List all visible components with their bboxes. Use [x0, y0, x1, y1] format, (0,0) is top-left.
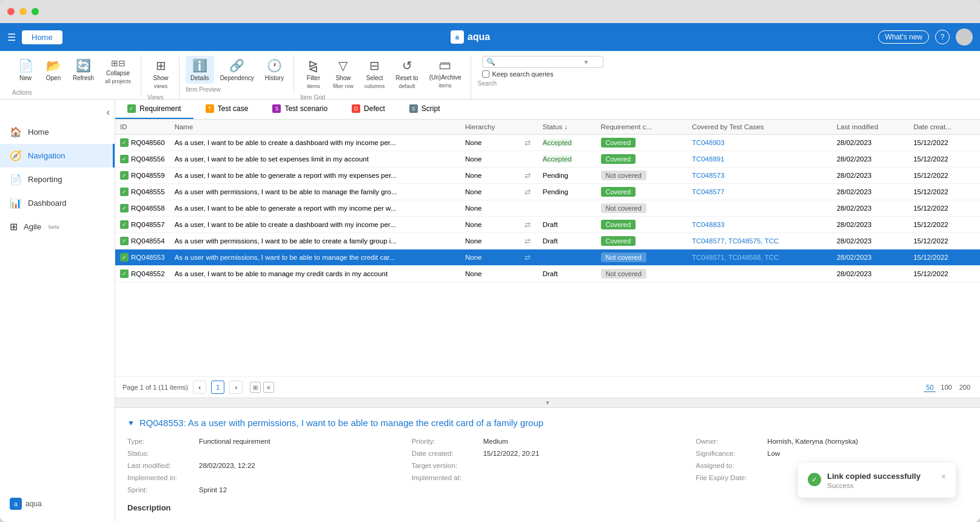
row-check-icon: ✓	[120, 253, 129, 262]
prev-page-button[interactable]: ‹	[193, 381, 206, 394]
minimize-button[interactable]	[19, 8, 27, 15]
search-icon: 🔍	[486, 58, 495, 66]
table-row[interactable]: ✓ RQ048556As a user, I want to be able t…	[115, 151, 980, 168]
testscenario-tab-label: Test scenario	[284, 104, 327, 113]
sidebar-item-home[interactable]: 🏠 Home	[0, 120, 115, 144]
script-tab-label: Script	[421, 104, 440, 113]
maximize-button[interactable]	[32, 8, 39, 15]
table-row[interactable]: ✓ RQ048558As a user, I want to be able t…	[115, 200, 980, 217]
show-filter-row-button[interactable]: ▽ Show filter row	[328, 56, 358, 92]
page-size-50[interactable]: 50	[924, 383, 936, 392]
hierarchy-icon: ⇄	[525, 220, 531, 229]
page-size-200[interactable]: 200	[957, 383, 973, 392]
cell-hier-icon: ⇄	[520, 233, 538, 249]
unarchive-button[interactable]: 🗃 (Un)Archive items	[425, 56, 466, 91]
main-area: ‹ 🏠 Home 🧭 Navigation 📄 Reporting 📊 Dash…	[0, 100, 980, 522]
whats-new-button[interactable]: What's new	[878, 30, 929, 44]
implemented-at-label: Implemented at:	[412, 474, 478, 481]
cell-status: Pending	[538, 168, 596, 184]
col-header-req-coverage: Requirement c...	[596, 120, 687, 135]
home-tab[interactable]: Home	[22, 30, 62, 44]
status-badge: Draft	[543, 237, 558, 245]
hierarchy-icon: ⇄	[525, 188, 531, 196]
new-button[interactable]: 📄 New	[12, 56, 39, 84]
next-page-button[interactable]: ›	[229, 381, 243, 394]
user-avatar[interactable]	[956, 29, 973, 46]
sidebar-collapse-button[interactable]: ‹	[107, 107, 110, 118]
toast-close-button[interactable]: ×	[941, 472, 946, 481]
tab-requirement[interactable]: ✓ Requirement	[115, 100, 193, 119]
status-badge: Draft	[543, 221, 558, 228]
status-label: Status:	[127, 450, 194, 457]
status-badge: Pending	[543, 188, 568, 195]
detail-collapse-arrow[interactable]: ▼	[127, 419, 135, 427]
table-row[interactable]: ✓ RQ048560As a user, I want to be able t…	[115, 135, 980, 151]
tc-link[interactable]: TC048577	[692, 188, 725, 195]
sidebar-item-dashboard[interactable]: 📊 Dashboard	[0, 191, 115, 215]
help-button[interactable]: ?	[935, 30, 950, 44]
filter-items-button[interactable]: ⧎ Filter items	[300, 56, 327, 92]
cell-hier-icon	[520, 151, 538, 168]
page-view-icons: ⊞ ≡	[250, 382, 274, 393]
history-button[interactable]: 🕐 History	[260, 56, 289, 84]
cell-tc-links: TC048573	[687, 168, 832, 184]
tc-link[interactable]: TC048577, TC048575, TCC	[692, 237, 779, 245]
page-size-100[interactable]: 100	[938, 383, 954, 392]
tree-view-icon[interactable]: ⊞	[250, 382, 261, 393]
tab-testscenario[interactable]: S Test scenario	[260, 100, 340, 119]
open-button[interactable]: 📂 Open	[40, 56, 67, 84]
tc-link[interactable]: TC048573	[692, 172, 725, 179]
table-row[interactable]: ✓ RQ048552As a user, I want to be able t…	[115, 266, 980, 282]
col-header-status[interactable]: Status ↓	[538, 120, 596, 135]
sidebar-item-reporting[interactable]: 📄 Reporting	[0, 168, 115, 191]
tc-link[interactable]: TC048833	[692, 221, 725, 228]
table-row[interactable]: ✓ RQ048555As a user with permissions, I …	[115, 184, 980, 200]
target-version-field: Target version:	[412, 462, 684, 469]
tc-link[interactable]: TC048891	[692, 155, 725, 163]
collapse-all-button[interactable]: ⊞⊟ Collapse all projects	[100, 56, 136, 87]
tc-link[interactable]: TC048571, TC048568, TCC	[692, 254, 779, 261]
cell-hier-icon: ⇄	[520, 249, 538, 266]
tab-defect[interactable]: D Defect	[340, 100, 397, 119]
hierarchy-icon: ⇄	[525, 253, 531, 262]
cell-id: ✓ RQ048559	[115, 168, 170, 184]
panel-collapse-handle[interactable]: ▼	[115, 398, 980, 407]
hamburger-icon[interactable]: ☰	[7, 32, 16, 43]
search-input[interactable]	[498, 58, 583, 66]
cell-hierarchy: None	[460, 266, 520, 282]
dependency-button[interactable]: 🔗 Dependency	[215, 56, 259, 84]
detail-fields-col2: Priority: Medium Date created: 15/12/202…	[412, 438, 684, 493]
tab-testcase[interactable]: T Test case	[193, 100, 261, 119]
select-columns-button[interactable]: ⊟ Select columns	[360, 56, 390, 92]
tab-script[interactable]: S Script	[397, 100, 452, 119]
search-box: 🔍 ▼ Keep search queries	[477, 56, 608, 78]
cell-req-coverage: Covered	[596, 184, 687, 200]
close-button[interactable]	[7, 8, 15, 15]
tc-link[interactable]: TC048903	[692, 139, 725, 146]
col-header-hierarchy: Hierarchy	[460, 120, 520, 135]
sidebar-item-navigation[interactable]: 🧭 Navigation	[0, 144, 115, 168]
cell-name: As a user, I want to be able to manage m…	[170, 266, 460, 282]
sidebar-navigation-label: Navigation	[28, 151, 65, 160]
list-view-icon[interactable]: ≡	[263, 382, 274, 393]
current-page-button[interactable]: 1	[211, 381, 224, 394]
cell-date-created: 15/12/2022	[908, 168, 980, 184]
details-button[interactable]: ℹ️ Details	[186, 56, 214, 84]
not-covered-badge: Not covered	[601, 269, 646, 279]
cell-date-created: 15/12/2022	[908, 249, 980, 266]
table-row[interactable]: ✓ RQ048559As a user, I want to be able t…	[115, 168, 980, 184]
table-row[interactable]: ✓ RQ048557As a user, I want to be able t…	[115, 217, 980, 233]
table-row[interactable]: ✓ RQ048553As a user with permissions, I …	[115, 249, 980, 266]
toolbar-actions-items: 📄 New 📂 Open 🔄 Refresh ⊞⊟ Collapse all p…	[12, 56, 136, 87]
show-views-button[interactable]: ⊞ Show views	[147, 56, 174, 92]
cell-hierarchy: None	[460, 135, 520, 151]
cell-id: ✓ RQ048553	[115, 249, 170, 266]
cell-tc-links: TC048891	[687, 151, 832, 168]
refresh-button[interactable]: 🔄 Refresh	[68, 56, 99, 84]
reset-to-default-button[interactable]: ↺ Reset to default	[391, 56, 423, 92]
cell-id: ✓ RQ048555	[115, 184, 170, 200]
sidebar-item-agile[interactable]: ⊞ Agile beta	[0, 215, 115, 239]
keep-search-checkbox[interactable]	[482, 70, 489, 78]
table-row[interactable]: ✓ RQ048554As a user with permissions, I …	[115, 233, 980, 249]
search-dropdown-icon[interactable]: ▼	[583, 59, 589, 66]
